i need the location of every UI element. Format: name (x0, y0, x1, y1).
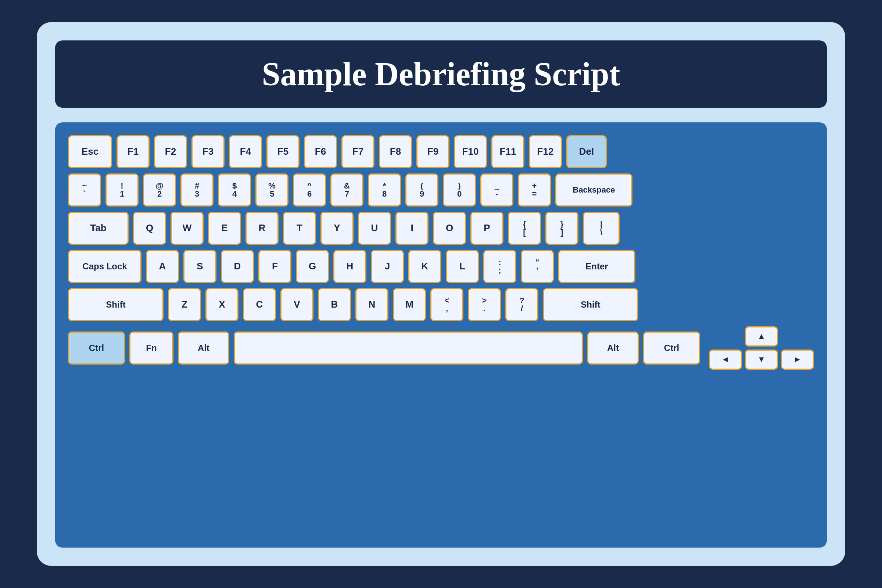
key-1[interactable]: ! 1 (105, 174, 138, 207)
key-y[interactable]: Y (321, 212, 354, 245)
key-capslock[interactable]: Caps Lock (68, 250, 141, 283)
key-backtick[interactable]: ~ ` (68, 174, 101, 207)
key-rbracket[interactable]: } ] (545, 212, 579, 245)
number-key-row: ~ ` ! 1 @ 2 # 3 $ 4 % 5 (68, 174, 814, 207)
key-slash[interactable]: ? / (506, 288, 538, 321)
key-f[interactable]: F (258, 250, 291, 283)
key-u[interactable]: U (358, 212, 391, 245)
key-k[interactable]: K (408, 250, 441, 283)
key-4[interactable]: $ 4 (218, 174, 251, 207)
key-f11[interactable]: F11 (491, 135, 524, 168)
key-f4[interactable]: F4 (229, 135, 262, 168)
key-shift-left[interactable]: Shift (68, 288, 164, 321)
key-h[interactable]: H (333, 250, 366, 283)
key-s[interactable]: S (183, 250, 216, 283)
key-b[interactable]: B (318, 288, 351, 321)
asdf-row: Caps Lock A S D F G H J K L : ; " ' Ente… (68, 250, 814, 283)
key-f9[interactable]: F9 (416, 135, 450, 168)
key-e[interactable]: E (208, 212, 241, 245)
key-equals[interactable]: + = (518, 174, 551, 207)
page-title: Sample Debriefing Script (262, 55, 620, 93)
key-quote[interactable]: " ' (521, 250, 554, 283)
key-n[interactable]: N (356, 288, 388, 321)
key-7[interactable]: & 7 (330, 174, 363, 207)
key-f3[interactable]: F3 (192, 135, 225, 168)
key-backslash[interactable]: | \ (583, 212, 620, 245)
key-shift-right[interactable]: Shift (543, 288, 638, 321)
key-r[interactable]: R (246, 212, 279, 245)
key-comma[interactable]: < , (430, 288, 464, 321)
key-c[interactable]: C (243, 288, 276, 321)
key-f2[interactable]: F2 (154, 135, 187, 168)
key-x[interactable]: X (206, 288, 238, 321)
key-8[interactable]: * 8 (368, 174, 401, 207)
key-p[interactable]: P (470, 212, 504, 245)
key-backspace[interactable]: Backspace (555, 174, 633, 207)
key-arrow-right[interactable]: ► (781, 350, 814, 370)
key-arrow-left[interactable]: ◄ (709, 350, 742, 370)
key-f5[interactable]: F5 (266, 135, 300, 168)
key-3[interactable]: # 3 (180, 174, 213, 207)
key-m[interactable]: M (393, 288, 426, 321)
key-period[interactable]: > . (468, 288, 501, 321)
title-bar: Sample Debriefing Script (55, 40, 827, 108)
key-enter[interactable]: Enter (558, 250, 635, 283)
key-alt-right[interactable]: Alt (587, 332, 639, 364)
outer-card: Sample Debriefing Script Esc F1 F2 F3 F4… (37, 22, 845, 566)
key-space[interactable] (234, 332, 583, 364)
key-f7[interactable]: F7 (341, 135, 375, 168)
key-esc[interactable]: Esc (68, 135, 112, 168)
key-v[interactable]: V (280, 288, 314, 321)
function-key-row: Esc F1 F2 F3 F4 F5 F6 F7 F8 F9 F10 F11 F… (68, 135, 814, 168)
key-ctrl-left[interactable]: Ctrl (68, 332, 125, 364)
key-o[interactable]: O (433, 212, 466, 245)
key-alt-left[interactable]: Alt (178, 332, 230, 364)
key-arrow-up[interactable]: ▲ (745, 326, 778, 346)
qwerty-row: Tab Q W E R T Y U I O P { [ } ] | \ (68, 212, 814, 245)
key-f10[interactable]: F10 (454, 135, 487, 168)
key-tab[interactable]: Tab (68, 212, 129, 245)
key-l[interactable]: L (446, 250, 479, 283)
bottom-row: Ctrl Fn Alt Alt Ctrl ▲ ◄ ▼ ► (68, 326, 814, 370)
key-i[interactable]: I (395, 212, 429, 245)
key-9[interactable]: ( 9 (405, 174, 438, 207)
key-fn[interactable]: Fn (129, 332, 174, 364)
key-j[interactable]: J (371, 250, 404, 283)
key-a[interactable]: A (146, 250, 179, 283)
key-2[interactable]: @ 2 (143, 174, 176, 207)
key-g[interactable]: G (296, 250, 329, 283)
key-f12[interactable]: F12 (529, 135, 562, 168)
key-0[interactable]: ) 0 (443, 174, 476, 207)
key-semicolon[interactable]: : ; (483, 250, 516, 283)
key-5[interactable]: % 5 (255, 174, 288, 207)
key-q[interactable]: Q (133, 212, 166, 245)
key-t[interactable]: T (283, 212, 316, 245)
key-del[interactable]: Del (566, 135, 607, 168)
key-f1[interactable]: F1 (117, 135, 150, 168)
key-f8[interactable]: F8 (379, 135, 412, 168)
zxcv-row: Shift Z X C V B N M < , > . ? / Shift (68, 288, 814, 321)
key-minus[interactable]: _ - (480, 174, 513, 207)
key-arrow-down[interactable]: ▼ (745, 350, 778, 370)
keyboard: Esc F1 F2 F3 F4 F5 F6 F7 F8 F9 F10 F11 F… (55, 122, 827, 548)
key-ctrl-right[interactable]: Ctrl (643, 332, 700, 364)
key-6[interactable]: ^ 6 (293, 174, 326, 207)
key-z[interactable]: Z (168, 288, 201, 321)
arrow-cluster: ▲ ◄ ▼ ► (709, 326, 814, 370)
key-w[interactable]: W (171, 212, 204, 245)
key-lbracket[interactable]: { [ (508, 212, 541, 245)
key-f6[interactable]: F6 (304, 135, 337, 168)
key-d[interactable]: D (221, 250, 254, 283)
